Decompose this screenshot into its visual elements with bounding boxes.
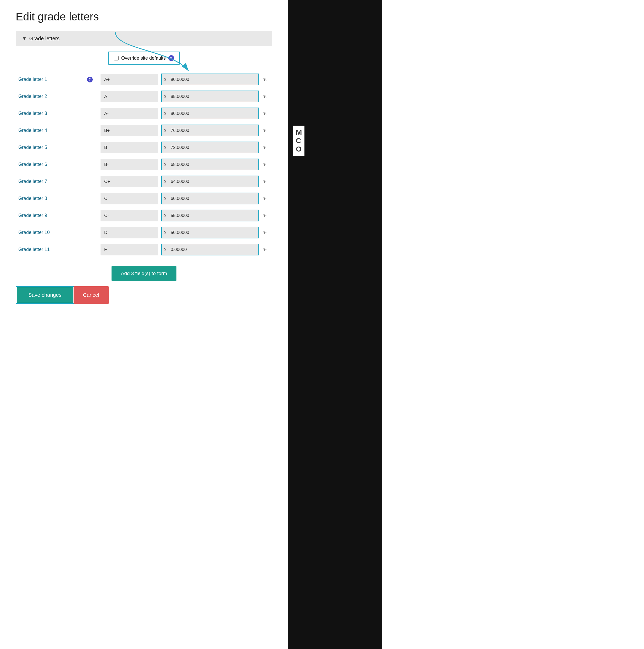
grade-rows-container: Grade letter 1?≥%Grade letter 2≥%Grade l… [16, 71, 272, 258]
grade-value-group-10: ≥ [161, 227, 259, 239]
grade-value-input-3[interactable] [169, 109, 258, 119]
grade-value-group-6: ≥ [161, 159, 259, 170]
grade-label-6: Grade letter 6 [16, 162, 84, 167]
grade-label-11: Grade letter 11 [16, 247, 84, 252]
page-title: Edit grade letters [16, 10, 272, 23]
grade-value-group-7: ≥ [161, 176, 259, 187]
grade-value-group-5: ≥ [161, 141, 259, 154]
grade-letter-input-6[interactable] [100, 159, 158, 170]
grade-value-input-4[interactable] [169, 125, 258, 136]
grade-value-input-11[interactable] [169, 245, 258, 255]
grade-percent-11: % [262, 247, 272, 252]
grade-gte-4: ≥ [162, 125, 169, 136]
table-row: Grade letter 6≥% [16, 156, 272, 173]
grade-gte-2: ≥ [162, 91, 169, 102]
grade-letter-input-5[interactable] [100, 142, 158, 154]
grade-letter-input-3[interactable] [100, 108, 158, 119]
grade-gte-11: ≥ [162, 244, 169, 255]
grade-letter-input-8[interactable] [100, 193, 158, 204]
grade-percent-5: % [262, 145, 272, 150]
grade-letter-input-4[interactable] [100, 125, 158, 136]
grade-label-10: Grade letter 10 [16, 230, 84, 235]
table-row: Grade letter 11≥% [16, 241, 272, 258]
grade-value-input-8[interactable] [169, 193, 258, 204]
table-row: Grade letter 2≥% [16, 88, 272, 105]
override-checkbox[interactable] [114, 56, 119, 60]
grade-label-5: Grade letter 5 [16, 145, 84, 150]
grade-help-cell-1: ? [87, 77, 97, 82]
grade-percent-1: % [262, 77, 272, 82]
table-row: Grade letter 3≥% [16, 105, 272, 122]
grade-value-group-11: ≥ [161, 244, 259, 255]
override-row: Override site defaults ? [16, 51, 272, 64]
grade-gte-6: ≥ [162, 159, 169, 170]
grade-label-2: Grade letter 2 [16, 94, 84, 99]
add-fields-row: Add 3 field(s) to form [16, 266, 272, 281]
grade-value-input-2[interactable] [169, 91, 258, 102]
grade-value-input-10[interactable] [169, 227, 258, 238]
grade-gte-9: ≥ [162, 210, 169, 221]
override-box: Override site defaults ? [108, 51, 180, 64]
section-header: ▼ Grade letters [16, 31, 272, 46]
grade-value-input-5[interactable] [169, 142, 258, 153]
table-row: Grade letter 9≥% [16, 207, 272, 224]
override-label: Override site defaults [121, 55, 166, 61]
grade-label-1: Grade letter 1 [16, 77, 84, 82]
grade-label-3: Grade letter 3 [16, 111, 84, 116]
save-btn-wrapper: Save changes [16, 286, 74, 304]
grade-value-group-8: ≥ [161, 192, 259, 204]
table-row: Grade letter 7≥% [16, 173, 272, 190]
grade-letter-input-9[interactable] [100, 210, 158, 221]
grade-label-4: Grade letter 4 [16, 128, 84, 133]
table-row: Grade letter 8≥% [16, 190, 272, 207]
grade-label-7: Grade letter 7 [16, 179, 84, 184]
grade-value-group-2: ≥ [161, 91, 259, 102]
grade-gte-1: ≥ [162, 74, 169, 85]
grade-letters-area: Grade letter 1?≥%Grade letter 2≥%Grade l… [16, 71, 272, 258]
grade-value-group-9: ≥ [161, 210, 259, 221]
grade-percent-8: % [262, 196, 272, 201]
table-row: Grade letter 5≥% [16, 139, 272, 156]
section-header-label: Grade letters [29, 36, 60, 42]
grade-label-8: Grade letter 8 [16, 196, 84, 201]
grade-gte-10: ≥ [162, 227, 169, 238]
grade-gte-5: ≥ [162, 142, 169, 153]
cancel-button[interactable]: Cancel [74, 286, 109, 304]
grade-value-input-6[interactable] [169, 159, 258, 170]
grade-letter-input-11[interactable] [100, 244, 158, 255]
grade-label-9: Grade letter 9 [16, 213, 84, 218]
right-panel-text: MCO [293, 126, 305, 156]
grade-value-input-9[interactable] [169, 210, 258, 221]
grade-letter-input-10[interactable] [100, 227, 158, 239]
grade-value-group-1: ≥ [161, 74, 259, 85]
grade-percent-3: % [262, 111, 272, 116]
grade-gte-7: ≥ [162, 176, 169, 187]
action-row: Save changes Cancel [16, 286, 272, 304]
grade-value-group-3: ≥ [161, 107, 259, 119]
grade-percent-4: % [262, 128, 272, 133]
save-changes-button[interactable]: Save changes [17, 287, 73, 303]
right-panel: MCO [288, 0, 382, 649]
grade-letter-input-2[interactable] [100, 91, 158, 102]
grade-percent-9: % [262, 213, 272, 218]
grade-help-icon-1[interactable]: ? [87, 77, 93, 82]
grade-gte-3: ≥ [162, 108, 169, 119]
grade-percent-6: % [262, 162, 272, 167]
add-fields-button[interactable]: Add 3 field(s) to form [112, 266, 176, 281]
table-row: Grade letter 10≥% [16, 224, 272, 241]
table-row: Grade letter 1?≥% [16, 71, 272, 88]
grade-value-input-7[interactable] [169, 176, 258, 187]
grade-value-group-4: ≥ [161, 125, 259, 136]
grade-percent-10: % [262, 230, 272, 235]
table-row: Grade letter 4≥% [16, 122, 272, 139]
grade-letter-input-7[interactable] [100, 176, 158, 187]
grade-letter-input-1[interactable] [100, 74, 158, 85]
grade-percent-2: % [262, 94, 272, 99]
override-help-icon[interactable]: ? [168, 55, 174, 61]
chevron-icon: ▼ [22, 36, 27, 41]
grade-value-input-1[interactable] [169, 74, 258, 85]
grade-percent-7: % [262, 179, 272, 184]
grade-gte-8: ≥ [162, 193, 169, 204]
